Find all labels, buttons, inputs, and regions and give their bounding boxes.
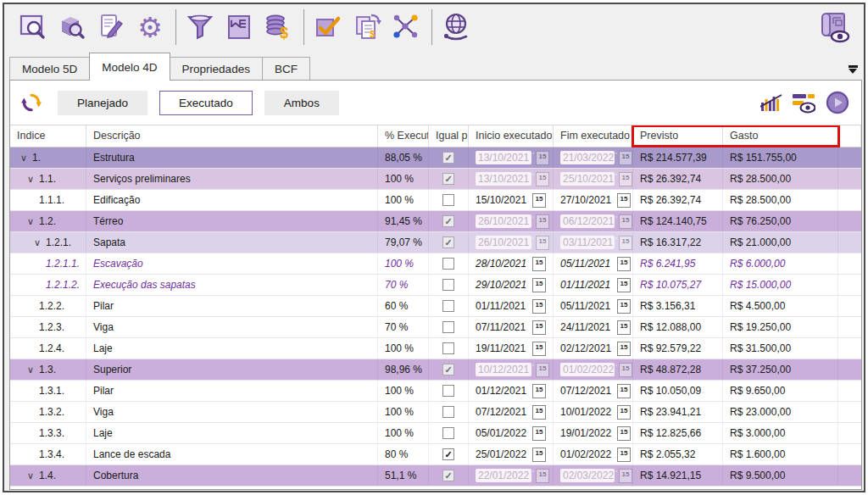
expand-chevron-icon[interactable]: ∨ bbox=[34, 237, 46, 248]
calendar-icon[interactable]: 15 bbox=[532, 257, 546, 271]
calendar-icon[interactable]: 15 bbox=[617, 299, 631, 314]
expand-chevron-icon[interactable]: ∨ bbox=[27, 174, 39, 185]
igual-planejado-checkbox[interactable] bbox=[442, 385, 454, 397]
column-header-gasto[interactable]: Gasto bbox=[723, 125, 838, 147]
expand-chevron-icon[interactable]: ∨ bbox=[27, 216, 39, 227]
date-input[interactable]: 07/12/202115 bbox=[554, 381, 633, 401]
table-row[interactable]: 1.2.1.1.Escavação100 %28/10/20211505/11/… bbox=[10, 253, 861, 275]
tab-overflow-dropdown[interactable] bbox=[847, 65, 859, 74]
calendar-icon[interactable]: 15 bbox=[532, 405, 546, 420]
web-globe-button[interactable] bbox=[439, 10, 473, 44]
calendar-icon[interactable]: 15 bbox=[617, 193, 631, 208]
view-button-ambos[interactable]: Ambos bbox=[264, 91, 339, 115]
column-header--execut[interactable]: % Execut bbox=[378, 125, 429, 147]
date-value[interactable]: 05/11/2021 bbox=[560, 300, 613, 312]
model-search-button[interactable] bbox=[16, 10, 50, 44]
calendar-icon[interactable]: 15 bbox=[532, 299, 546, 314]
view-button-executado[interactable]: Executado bbox=[159, 91, 253, 115]
date-input[interactable]: 01/02/202215 bbox=[554, 444, 633, 464]
table-row[interactable]: 1.3.3.Laje100 %05/01/20221519/01/202215R… bbox=[10, 423, 861, 444]
copy-budget-button[interactable]: $ bbox=[350, 10, 384, 44]
table-row[interactable]: ∨1.Estrutura88,05 %✓13/10/20211521/03/20… bbox=[10, 147, 861, 169]
calendar-icon[interactable]: 15 bbox=[617, 257, 631, 271]
date-input[interactable]: 27/10/202115 bbox=[554, 190, 633, 210]
date-input[interactable]: 05/01/202215 bbox=[469, 423, 554, 443]
date-input[interactable]: 10/01/202215 bbox=[554, 402, 633, 422]
report-viewer-button[interactable] bbox=[818, 10, 852, 44]
date-input[interactable]: 24/11/202115 bbox=[554, 317, 633, 337]
view-button-planejado[interactable]: Planejado bbox=[58, 91, 147, 115]
tab-modelo-4d[interactable]: Modelo 4D bbox=[89, 53, 170, 81]
date-value[interactable]: 07/11/2021 bbox=[476, 321, 528, 333]
column-header-descri-o[interactable]: Descrição bbox=[86, 125, 378, 147]
expand-chevron-icon[interactable]: ∨ bbox=[27, 470, 39, 481]
tab-bcf[interactable]: BCF bbox=[262, 57, 310, 81]
date-value[interactable]: 01/02/2022 bbox=[560, 448, 613, 460]
object-search-button[interactable] bbox=[55, 10, 89, 44]
date-input[interactable]: 07/12/202115 bbox=[469, 402, 554, 422]
date-value[interactable]: 01/11/2021 bbox=[560, 279, 613, 291]
date-value[interactable]: 01/11/2021 bbox=[476, 300, 528, 312]
date-value[interactable]: 15/10/2021 bbox=[476, 194, 528, 206]
date-value[interactable]: 07/12/2021 bbox=[560, 385, 613, 397]
table-row[interactable]: 1.2.2.Pilar60 %01/11/20211505/11/202115R… bbox=[10, 296, 861, 317]
date-input[interactable]: 25/01/202215 bbox=[469, 444, 554, 464]
date-value[interactable]: 25/01/2022 bbox=[476, 448, 528, 460]
approve-check-button[interactable] bbox=[311, 10, 345, 44]
date-value[interactable]: 19/01/2022 bbox=[560, 427, 613, 439]
edit-document-button[interactable] bbox=[94, 10, 128, 44]
date-value[interactable]: 29/10/2021 bbox=[476, 279, 528, 291]
date-value[interactable]: 27/10/2021 bbox=[560, 194, 613, 206]
date-value[interactable]: 07/12/2021 bbox=[476, 406, 528, 418]
table-row[interactable]: ∨1.2.Térreo91,45 %✓26/10/20211506/12/202… bbox=[10, 211, 861, 232]
expand-chevron-icon[interactable]: ∨ bbox=[20, 153, 32, 164]
date-input[interactable]: 01/12/202115 bbox=[469, 381, 554, 401]
column-header-inicio-executado[interactable]: Inicio executado bbox=[469, 125, 554, 147]
date-value[interactable]: 05/11/2021 bbox=[560, 258, 613, 270]
calendar-icon[interactable]: 15 bbox=[532, 426, 546, 441]
table-row[interactable]: ∨1.2.1.Sapata79,07 %✓26/10/20211503/11/2… bbox=[10, 232, 861, 253]
date-input[interactable]: 19/01/202215 bbox=[554, 423, 633, 443]
table-row[interactable]: 1.2.4.Laje100 %19/11/20211502/12/202115R… bbox=[10, 338, 861, 359]
column-header-previsto[interactable]: Previsto bbox=[633, 125, 723, 147]
date-input[interactable]: 19/11/202115 bbox=[469, 338, 554, 359]
date-value[interactable]: 24/11/2021 bbox=[560, 321, 613, 333]
table-row[interactable]: 1.2.3.Viga70 %07/11/20211524/11/202115R$… bbox=[10, 317, 861, 338]
date-value[interactable]: 28/10/2021 bbox=[476, 258, 528, 270]
settings-button[interactable]: ⚙ bbox=[133, 10, 167, 44]
row-visibility-button[interactable] bbox=[793, 92, 815, 114]
tab-modelo-5d[interactable]: Modelo 5D bbox=[9, 57, 90, 81]
refresh-button[interactable] bbox=[20, 92, 42, 114]
table-row[interactable]: 1.3.1.Pilar100 %01/12/20211507/12/202115… bbox=[10, 381, 861, 402]
calendar-icon[interactable]: 15 bbox=[617, 384, 631, 398]
date-input[interactable]: 01/11/202115 bbox=[554, 275, 633, 295]
calendar-icon[interactable]: 15 bbox=[532, 320, 546, 335]
igual-planejado-checkbox[interactable]: ✓ bbox=[442, 448, 454, 460]
calendar-icon[interactable]: 15 bbox=[617, 342, 631, 356]
igual-planejado-checkbox[interactable] bbox=[442, 427, 454, 439]
column-header-indice[interactable]: Indice bbox=[10, 125, 86, 147]
column-header-igual-pl[interactable]: Igual pl bbox=[429, 125, 469, 147]
table-row[interactable]: 1.2.1.2.Execução das sapatas70 %29/10/20… bbox=[10, 275, 861, 296]
table-row[interactable]: ∨1.1.Serviços preliminares100 %✓13/10/20… bbox=[10, 169, 861, 190]
table-row[interactable]: ∨1.3.Superior98,96 %✓10/12/20211501/02/2… bbox=[10, 359, 861, 381]
date-value[interactable]: 19/11/2021 bbox=[476, 342, 528, 354]
calendar-icon[interactable]: 15 bbox=[617, 405, 631, 420]
expand-chevron-icon[interactable]: ∨ bbox=[27, 364, 39, 375]
date-input[interactable]: 02/12/202115 bbox=[554, 338, 633, 359]
date-input[interactable]: 29/10/202115 bbox=[469, 275, 554, 295]
summary-sheet-button[interactable]: Σ bbox=[222, 10, 256, 44]
date-value[interactable]: 10/01/2022 bbox=[560, 406, 613, 418]
date-input[interactable]: 07/11/202115 bbox=[469, 317, 554, 337]
calendar-icon[interactable]: 15 bbox=[617, 426, 631, 441]
calendar-icon[interactable]: 15 bbox=[532, 278, 546, 292]
date-input[interactable]: 05/11/202115 bbox=[554, 296, 633, 316]
date-input[interactable]: 15/10/202115 bbox=[469, 190, 554, 210]
chart-button[interactable] bbox=[760, 92, 782, 113]
tab-propriedades[interactable]: Propriedades bbox=[170, 57, 263, 81]
table-row[interactable]: ∨1.4.Cobertura51,1 %✓22/01/20221502/03/2… bbox=[10, 465, 861, 487]
filter-button[interactable] bbox=[183, 10, 217, 44]
calendar-icon[interactable]: 15 bbox=[617, 278, 631, 292]
coins-money-button[interactable]: $ bbox=[261, 10, 295, 44]
calendar-icon[interactable]: 15 bbox=[532, 384, 546, 398]
